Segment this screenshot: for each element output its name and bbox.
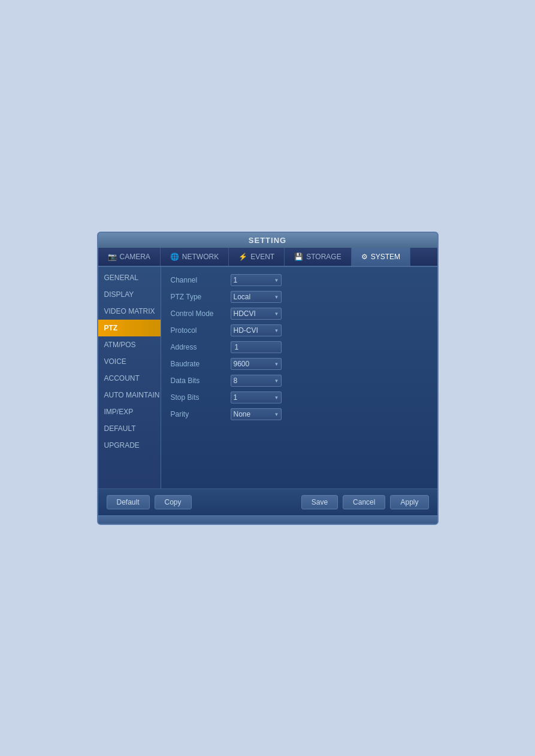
protocol-row: Protocol HD-CVI PELCO-D PELCO-P xyxy=(171,324,428,336)
control-mode-select[interactable]: HDCVI RS485 xyxy=(231,308,282,320)
ptz-type-label: PTZ Type xyxy=(171,293,231,301)
tab-storage-label: STORAGE xyxy=(306,253,341,261)
sidebar-item-auto-maintain[interactable]: AUTO MAINTAIN xyxy=(98,387,161,403)
stop-bits-select-wrapper: 1 2 xyxy=(231,391,282,403)
ptz-type-row: PTZ Type Local Remote xyxy=(171,291,428,303)
tab-system-label: SYSTEM xyxy=(371,253,400,261)
apply-button[interactable]: Apply xyxy=(390,495,428,509)
storage-icon xyxy=(294,253,303,261)
content-area: GENERAL DISPLAY VIDEO MATRIX PTZ ATM/POS… xyxy=(98,267,437,488)
data-bits-row: Data Bits 5 6 7 8 xyxy=(171,375,428,387)
sidebar-item-default[interactable]: DEFAULT xyxy=(98,420,161,437)
protocol-select[interactable]: HD-CVI PELCO-D PELCO-P xyxy=(231,324,282,336)
parity-select-wrapper: None Odd Even xyxy=(231,408,282,420)
system-icon xyxy=(361,253,368,261)
sidebar-item-voice[interactable]: VOICE xyxy=(98,353,161,370)
event-icon xyxy=(238,253,247,261)
default-button[interactable]: Default xyxy=(107,495,150,509)
sidebar-item-ptz[interactable]: PTZ xyxy=(98,320,161,336)
ptz-type-select-wrapper: Local Remote xyxy=(231,291,282,303)
copy-button[interactable]: Copy xyxy=(155,495,192,509)
sidebar: GENERAL DISPLAY VIDEO MATRIX PTZ ATM/POS… xyxy=(98,267,161,488)
main-content: Channel 1 2 3 4 PTZ Type Loca xyxy=(161,267,437,488)
channel-label: Channel xyxy=(171,276,231,284)
ptz-type-select[interactable]: Local Remote xyxy=(231,291,282,303)
camera-icon xyxy=(108,253,117,261)
data-bits-select[interactable]: 5 6 7 8 xyxy=(231,375,282,387)
sidebar-item-upgrade[interactable]: UPGRADE xyxy=(98,437,161,454)
stop-bits-label: Stop Bits xyxy=(171,393,231,402)
parity-select[interactable]: None Odd Even xyxy=(231,408,282,420)
sidebar-item-imp-exp[interactable]: IMP/EXP xyxy=(98,403,161,420)
footer-bar xyxy=(98,515,437,524)
protocol-select-wrapper: HD-CVI PELCO-D PELCO-P xyxy=(231,324,282,336)
save-button[interactable]: Save xyxy=(301,495,338,509)
channel-row: Channel 1 2 3 4 xyxy=(171,274,428,286)
baudrate-select[interactable]: 1200 2400 4800 9600 19200 38400 xyxy=(231,358,282,370)
address-input[interactable] xyxy=(231,341,282,353)
tab-bar: CAMERA NETWORK EVENT STORAGE SYSTEM xyxy=(98,248,437,267)
baudrate-row: Baudrate 1200 2400 4800 9600 19200 38400 xyxy=(171,358,428,370)
dialog-title: SETTING xyxy=(98,233,437,248)
data-bits-select-wrapper: 5 6 7 8 xyxy=(231,375,282,387)
tab-storage[interactable]: STORAGE xyxy=(285,248,351,266)
setting-dialog: SETTING CAMERA NETWORK EVENT STORAGE SYS… xyxy=(97,232,439,525)
control-mode-label: Control Mode xyxy=(171,309,231,318)
channel-select[interactable]: 1 2 3 4 xyxy=(231,274,282,286)
control-mode-select-wrapper: HDCVI RS485 xyxy=(231,308,282,320)
address-label: Address xyxy=(171,343,231,351)
tab-camera[interactable]: CAMERA xyxy=(98,248,161,266)
tab-network-label: NETWORK xyxy=(182,253,219,261)
baudrate-select-wrapper: 1200 2400 4800 9600 19200 38400 xyxy=(231,358,282,370)
data-bits-label: Data Bits xyxy=(171,377,231,385)
tab-network[interactable]: NETWORK xyxy=(161,248,229,266)
tab-event[interactable]: EVENT xyxy=(229,248,285,266)
bottom-bar: Default Copy Save Cancel Apply xyxy=(98,488,437,515)
tab-system[interactable]: SYSTEM xyxy=(352,248,410,266)
stop-bits-row: Stop Bits 1 2 xyxy=(171,391,428,403)
address-row: Address xyxy=(171,341,428,353)
sidebar-item-account[interactable]: ACCOUNT xyxy=(98,370,161,387)
page-background: SETTING CAMERA NETWORK EVENT STORAGE SYS… xyxy=(0,0,535,756)
sidebar-item-atm-pos[interactable]: ATM/POS xyxy=(98,336,161,353)
cancel-button[interactable]: Cancel xyxy=(343,495,385,509)
channel-select-wrapper: 1 2 3 4 xyxy=(231,274,282,286)
control-mode-row: Control Mode HDCVI RS485 xyxy=(171,308,428,320)
protocol-label: Protocol xyxy=(171,326,231,335)
stop-bits-select[interactable]: 1 2 xyxy=(231,391,282,403)
sidebar-item-display[interactable]: DISPLAY xyxy=(98,286,161,303)
parity-label: Parity xyxy=(171,410,231,418)
network-icon xyxy=(170,253,179,261)
tab-camera-label: CAMERA xyxy=(120,253,150,261)
parity-row: Parity None Odd Even xyxy=(171,408,428,420)
tab-event-label: EVENT xyxy=(250,253,274,261)
sidebar-item-video-matrix[interactable]: VIDEO MATRIX xyxy=(98,303,161,320)
baudrate-label: Baudrate xyxy=(171,360,231,368)
sidebar-item-general[interactable]: GENERAL xyxy=(98,269,161,286)
